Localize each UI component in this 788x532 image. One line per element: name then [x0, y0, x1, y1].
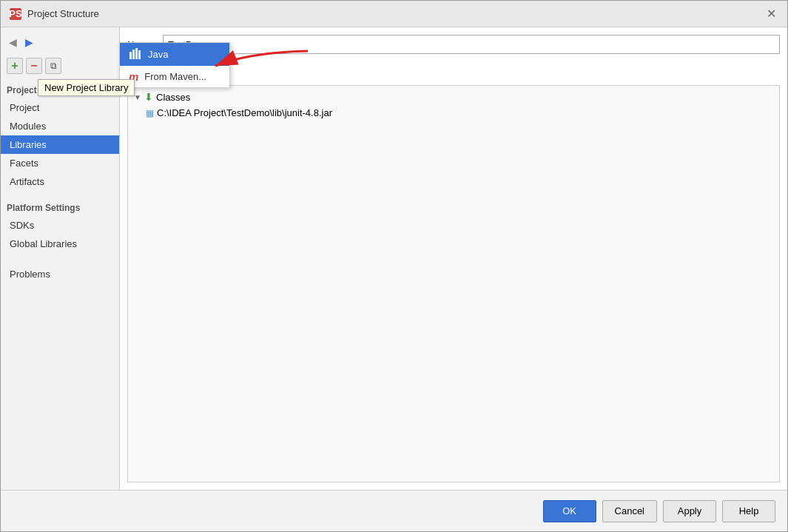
back-button[interactable]: ◀: [5, 35, 20, 50]
java-icon: [129, 47, 142, 61]
tree-jar-icon: ▦: [146, 108, 154, 118]
dialog-icon: PS: [10, 8, 21, 20]
right-panel: Name: + ⊕ ⊞ − ▼ ⬇ Classes ▦: [120, 27, 787, 490]
name-input[interactable]: [163, 35, 780, 54]
svg-rect-3: [138, 50, 141, 59]
new-project-library-menu: Java m From Maven...: [119, 42, 230, 88]
menu-item-maven[interactable]: m From Maven...: [120, 66, 229, 87]
forward-button[interactable]: ▶: [21, 35, 36, 50]
cancel-button[interactable]: Cancel: [602, 500, 657, 522]
content-area: ◀ ▶ + − ⧉ New Project Library Project Se…: [1, 27, 787, 490]
nav-toolbar: ◀ ▶: [1, 32, 119, 53]
svg-rect-2: [135, 48, 138, 59]
tree-classes-icon: ⬇: [144, 91, 153, 103]
sidebar-item-libraries[interactable]: Libraries: [1, 135, 119, 154]
sidebar-item-modules[interactable]: Modules: [1, 117, 119, 135]
tree-classes-root[interactable]: ▼ ⬇ Classes: [131, 89, 776, 105]
title-bar-left: PS Project Structure: [10, 8, 99, 20]
remove-button[interactable]: −: [26, 58, 42, 74]
sidebar-item-global-libraries[interactable]: Global Libraries: [1, 235, 119, 253]
tree-area: ▼ ⬇ Classes ▦ C:\IDEA Project\TestDemo\l…: [127, 85, 780, 482]
left-panel: ◀ ▶ + − ⧉ New Project Library Project Se…: [1, 27, 120, 490]
apply-button[interactable]: Apply: [663, 500, 716, 522]
sidebar-item-sdks[interactable]: SDKs: [1, 216, 119, 235]
project-structure-dialog: PS Project Structure ✕ ◀ ▶ + − ⧉: [0, 0, 788, 532]
title-bar: PS Project Structure ✕: [1, 1, 787, 27]
close-button[interactable]: ✕: [764, 7, 778, 21]
bottom-bar: OK Cancel Apply Help: [1, 490, 787, 531]
copy-button[interactable]: ⧉: [45, 58, 61, 74]
sidebar-item-project[interactable]: Project: [1, 98, 119, 117]
tree-jar-path: C:\IDEA Project\TestDemo\lib\junit-4.8.j…: [157, 107, 332, 118]
sidebar-item-artifacts[interactable]: Artifacts: [1, 172, 119, 191]
ok-button[interactable]: OK: [543, 500, 596, 522]
sidebar-item-problems[interactable]: Problems: [1, 265, 119, 283]
svg-rect-1: [132, 50, 135, 59]
tree-classes-label: Classes: [156, 92, 190, 103]
tree-jar-item[interactable]: ▦ C:\IDEA Project\TestDemo\lib\junit-4.8…: [131, 105, 776, 121]
add-button[interactable]: +: [7, 58, 23, 74]
left-toolbar: + − ⧉ New Project Library: [1, 53, 119, 79]
svg-rect-0: [129, 52, 132, 59]
new-project-tooltip: New Project Library: [38, 79, 135, 96]
help-button[interactable]: Help: [722, 500, 775, 522]
tree-expand-arrow: ▼: [134, 93, 141, 101]
menu-item-java[interactable]: Java: [120, 43, 229, 66]
dialog-title: Project Structure: [27, 8, 99, 19]
platform-settings-label: Platform Settings: [1, 197, 119, 216]
sidebar-item-facets[interactable]: Facets: [1, 154, 119, 172]
